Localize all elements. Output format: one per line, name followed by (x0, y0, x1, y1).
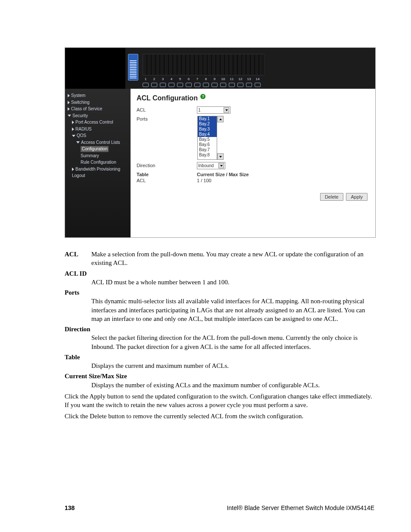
screenshot-panel: 1234567891011121314 SystemSwitchingClass… (65, 47, 376, 238)
port-box[interactable] (203, 83, 209, 87)
nav-item[interactable]: Switching (68, 99, 128, 106)
apply-button[interactable]: Apply (346, 193, 367, 201)
nav-item-label: System (71, 93, 85, 98)
def-direction-text: Select the packet filtering direction fo… (91, 333, 374, 351)
nav-tree: SystemSwitchingClass of ServiceSecurityP… (65, 89, 131, 237)
term-aclid: ACL ID (65, 269, 374, 278)
acl-select[interactable]: 1 (197, 106, 230, 114)
delete-button[interactable]: Delete (320, 193, 343, 201)
nav-item[interactable]: Rule Configuration (68, 159, 128, 166)
nav-item[interactable]: Access Control Lists (68, 139, 128, 146)
chevron-down-icon (224, 107, 229, 113)
ports-option[interactable]: Bay.1 (198, 116, 217, 121)
nav-item[interactable]: Bandwidth Provisioning (68, 166, 128, 173)
port-number: 5 (177, 77, 183, 81)
port-panel: 1234567891011121314 (143, 54, 264, 87)
scroll-track[interactable] (217, 122, 224, 153)
def-aclid-text: ACL ID must be a whole number between 1 … (91, 278, 374, 286)
port-box[interactable] (220, 83, 226, 87)
page-title: ACL Configuration ? (137, 94, 369, 102)
nav-item-label: Port Access Control (75, 120, 113, 124)
header-left-blank (65, 48, 125, 89)
direction-value: Inbound (198, 163, 214, 168)
direction-row: Direction Inbound (137, 162, 369, 169)
table-row: ACL 1 / 100 (137, 178, 369, 183)
ports-option[interactable]: Bay.6 (198, 142, 217, 147)
port-box[interactable] (177, 83, 183, 87)
port-box[interactable] (229, 83, 235, 87)
term-table: Table (65, 353, 374, 361)
caret-right-icon (72, 121, 74, 124)
button-row: Delete Apply (137, 193, 369, 201)
port-box[interactable] (255, 83, 261, 87)
ports-option[interactable]: Bay.5 (198, 137, 217, 142)
paragraph-apply: Click the Apply button to send the updat… (65, 392, 374, 410)
nav-item[interactable]: Summary (68, 152, 128, 159)
ports-option[interactable]: Bay.3 (198, 127, 217, 132)
port-number: 8 (203, 77, 209, 81)
nav-item[interactable]: Security (68, 112, 128, 119)
term-curmax: Current Size/Max Size (65, 372, 374, 380)
def-acl-text: Make a selection from the pull-down menu… (91, 250, 374, 268)
port-box[interactable] (212, 83, 218, 87)
nav-item[interactable]: System (68, 92, 128, 99)
ports-list[interactable]: Bay.1Bay.2Bay.3Bay.4Bay.5Bay.6Bay.7Bay.8 (197, 116, 217, 160)
port-box[interactable] (151, 83, 157, 87)
caret-down-icon (76, 141, 80, 143)
port-number-row: 1234567891011121314 (143, 77, 264, 81)
nav-item[interactable]: Class of Service (68, 106, 128, 112)
port-number: 11 (229, 77, 235, 81)
port-box[interactable] (237, 83, 243, 87)
def-ports-text: This dynamic multi-selector lists all av… (91, 297, 374, 323)
acl-label: ACL (137, 106, 197, 112)
page: 1234567891011121314 SystemSwitchingClass… (0, 0, 411, 532)
port-number: 6 (186, 77, 192, 81)
document-body: ACL Make a selection from the pull-down … (65, 250, 374, 421)
footer-product: Intel® Blade Server Ethernet Switch Modu… (227, 504, 374, 511)
nav-item[interactable]: Configuration (68, 146, 128, 152)
def-curmax-text: Displays the number of existing ACLs and… (91, 381, 374, 389)
content-area: ACL Configuration ? ACL 1 Ports (131, 89, 375, 237)
caret-right-icon (72, 128, 74, 131)
ports-option[interactable]: Bay.2 (198, 121, 217, 127)
port-box[interactable] (168, 83, 174, 87)
nav-item-label: RADIUS (75, 127, 92, 131)
ports-option[interactable]: Bay.8 (198, 152, 217, 158)
nav-item-label: Bandwidth Provisioning (75, 167, 120, 171)
port-box[interactable] (160, 83, 166, 87)
port-box[interactable] (186, 83, 192, 87)
nav-item[interactable]: RADIUS (68, 126, 128, 133)
ports-row: Ports Bay.1Bay.2Bay.3Bay.4Bay.5Bay.6Bay.… (137, 115, 369, 160)
port-number: 12 (237, 77, 243, 81)
port-box[interactable] (246, 83, 252, 87)
nav-item[interactable]: QOS (68, 132, 128, 139)
nav-item[interactable]: Port Access Control (68, 119, 128, 126)
nav-item-label: Logout (72, 173, 85, 178)
port-box[interactable] (143, 83, 149, 87)
table-header-col1: Table (137, 172, 197, 177)
ports-scrollbar[interactable] (217, 116, 224, 160)
port-box[interactable] (194, 83, 200, 87)
direction-field: Inbound (197, 162, 225, 169)
ports-option[interactable]: Bay.7 (198, 147, 217, 152)
nav-item-label: QOS (77, 133, 86, 138)
def-acl: ACL Make a selection from the pull-down … (65, 250, 374, 268)
page-number: 138 (65, 504, 75, 511)
paragraph-delete: Click the Delete button to remove the cu… (65, 412, 374, 420)
table-cell-col1: ACL (137, 178, 197, 183)
table-cell-col2: 1 / 100 (197, 178, 212, 183)
scroll-up-button[interactable] (217, 116, 224, 122)
scroll-down-button[interactable] (217, 153, 224, 160)
acl-select-value: 1 (198, 108, 201, 112)
nav-item-label: Access Control Lists (81, 140, 120, 145)
term-acl: ACL (65, 250, 91, 258)
nav-item[interactable]: Logout (68, 172, 128, 179)
help-icon[interactable]: ? (200, 94, 206, 99)
ports-multiselect[interactable]: Bay.1Bay.2Bay.3Bay.4Bay.5Bay.6Bay.7Bay.8 (197, 115, 224, 160)
port-number: 2 (151, 77, 157, 81)
direction-select[interactable]: Inbound (197, 162, 225, 169)
ports-option[interactable]: Bay.4 (198, 132, 217, 137)
port-number: 13 (246, 77, 252, 81)
nav-item-label: Class of Service (71, 106, 102, 111)
port-number: 14 (255, 77, 261, 81)
